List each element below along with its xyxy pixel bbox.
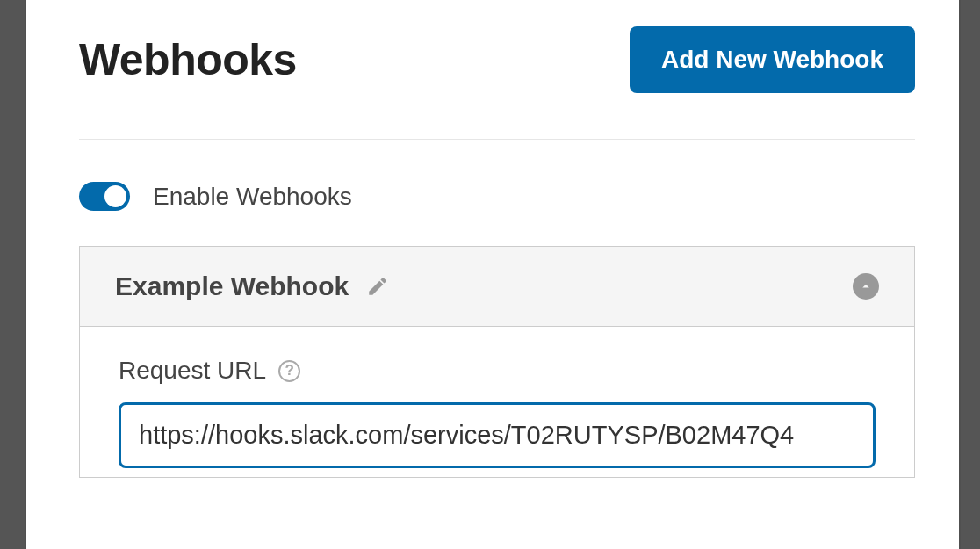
- page-title: Webhooks: [79, 34, 297, 85]
- add-new-webhook-button[interactable]: Add New Webhook: [630, 26, 915, 93]
- pencil-icon[interactable]: [366, 275, 389, 298]
- page-header: Webhooks Add New Webhook: [79, 26, 915, 140]
- webhook-accordion-header[interactable]: Example Webhook: [80, 247, 914, 327]
- webhook-name: Example Webhook: [115, 271, 349, 301]
- accordion-title-group: Example Webhook: [115, 271, 389, 301]
- request-url-label-row: Request URL ?: [119, 357, 876, 385]
- enable-webhooks-toggle[interactable]: [79, 182, 130, 211]
- webhook-accordion: Example Webhook Request URL ?: [79, 246, 915, 478]
- app-frame: Webhooks Add New Webhook Enable Webhooks…: [26, 0, 959, 549]
- help-icon[interactable]: ?: [278, 360, 300, 382]
- enable-webhooks-label: Enable Webhooks: [153, 183, 352, 211]
- request-url-input[interactable]: [119, 402, 876, 468]
- enable-webhooks-toggle-row: Enable Webhooks: [79, 182, 915, 211]
- webhook-accordion-body: Request URL ?: [80, 327, 914, 477]
- chevron-up-icon[interactable]: [853, 273, 879, 300]
- request-url-label: Request URL: [119, 357, 266, 385]
- webhooks-page: Webhooks Add New Webhook Enable Webhooks…: [26, 0, 959, 478]
- toggle-knob: [104, 185, 126, 207]
